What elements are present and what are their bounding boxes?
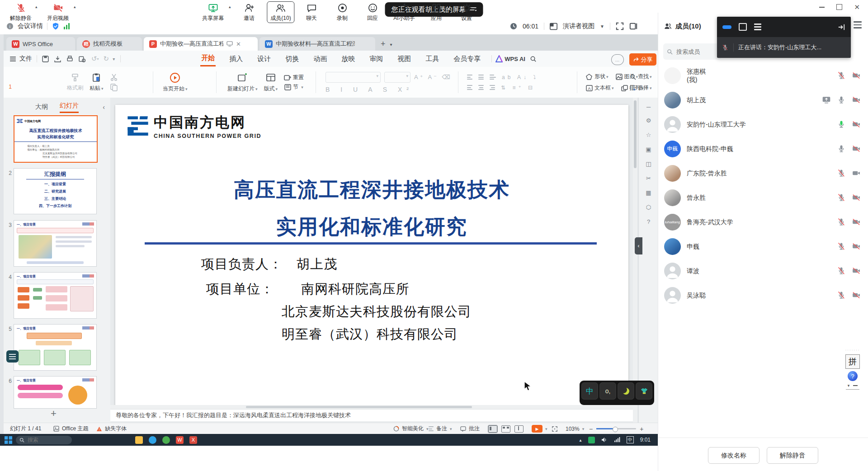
mic-muted-icon[interactable] bbox=[837, 71, 846, 80]
smart-beautify-button[interactable]: 智能美化▾ bbox=[393, 423, 429, 434]
camera-off-icon[interactable] bbox=[852, 95, 861, 104]
taskbar-search-input[interactable] bbox=[27, 436, 56, 443]
ime-moon-key[interactable] bbox=[618, 382, 634, 400]
reset-section-buttons[interactable]: 重置 节 bbox=[284, 74, 304, 91]
member-row[interactable]: 广东院-曾永胜 bbox=[658, 161, 868, 185]
taskbar-app-wps[interactable]: W bbox=[176, 436, 184, 444]
speaker-notes-bar[interactable]: 尊敬的各位专家，下午好！我汇报的题目是：深远海风电柔直送出工程海洋接地极关键技术 bbox=[110, 409, 633, 421]
meeting-details-label[interactable]: 会议详情 bbox=[18, 22, 43, 30]
strip-cut-icon[interactable]: ✂ bbox=[645, 174, 652, 182]
save-icon[interactable] bbox=[42, 55, 49, 63]
share-screen-button[interactable]: 共享屏幕 bbox=[202, 3, 224, 22]
mic-muted-icon[interactable] bbox=[837, 217, 846, 226]
taskbar-app-browser[interactable] bbox=[162, 436, 170, 444]
zoom-out-icon[interactable]: − bbox=[589, 425, 593, 433]
ribbon-tab-insert[interactable]: 插入 bbox=[228, 52, 244, 66]
tab-document[interactable]: W 中期验收材料—高压直流工程深井接地 bbox=[259, 37, 375, 51]
mic-muted-icon[interactable] bbox=[837, 193, 846, 202]
ai-assistant-button[interactable]: AI小助手 bbox=[393, 3, 415, 22]
ribbon-tab-home[interactable]: 开始 bbox=[200, 51, 216, 66]
tab-close-icon[interactable]: ✕ bbox=[236, 41, 241, 47]
paragraph-buttons[interactable]: ab A↓ ⤵ ⇅ ≡⁺ ⊟ bbox=[467, 67, 538, 98]
mic-on-icon[interactable] bbox=[837, 95, 846, 104]
zoom-in-icon[interactable]: + bbox=[640, 425, 643, 433]
tray-expand-icon[interactable]: ▴ bbox=[580, 438, 582, 443]
ime-minimize[interactable]: ▾ bbox=[846, 383, 860, 390]
camera-off-icon[interactable] bbox=[852, 291, 861, 300]
ime-pinyin-key[interactable]: 拼 bbox=[845, 354, 860, 369]
ime-punct-key[interactable]: o, bbox=[599, 382, 616, 400]
taskbar-app-x[interactable]: X bbox=[189, 436, 197, 444]
member-row[interactable]: 张惠棋(我) bbox=[658, 63, 868, 88]
chat-button[interactable]: 聊天 bbox=[306, 3, 317, 22]
tray-green-badge-icon[interactable] bbox=[588, 437, 595, 443]
shapes-button[interactable]: 形状 bbox=[586, 73, 609, 80]
video-options-caret-icon[interactable]: ▴ bbox=[74, 5, 76, 9]
share-options-caret-icon[interactable]: ▴ bbox=[229, 5, 231, 9]
ribbon-tab-animation[interactable]: 动画 bbox=[312, 52, 328, 66]
camera-off-icon[interactable] bbox=[852, 120, 861, 129]
member-row[interactable]: 吴泳聪 bbox=[658, 283, 868, 307]
camera-off-icon[interactable] bbox=[852, 193, 861, 202]
add-slide-button[interactable]: + bbox=[51, 408, 57, 419]
slideshow-play-button[interactable]: ▶▾ bbox=[532, 423, 547, 434]
shield-icon[interactable] bbox=[52, 22, 60, 30]
view-mode-label[interactable]: 演讲者视图 bbox=[563, 22, 594, 30]
tab-list-caret-icon[interactable]: ▾ bbox=[390, 42, 392, 47]
ribbon-tab-design[interactable]: 设计 bbox=[256, 52, 272, 66]
member-row[interactable]: luhailiang 鲁海亮-武汉大学 bbox=[658, 210, 868, 234]
ime-cn-key[interactable]: 中 bbox=[581, 382, 598, 400]
start-button-icon[interactable] bbox=[5, 436, 12, 444]
camera-off-icon[interactable] bbox=[852, 71, 861, 80]
unmute-button[interactable]: 解除静音 bbox=[10, 3, 32, 22]
ime-skin-key[interactable] bbox=[636, 382, 652, 400]
close-icon[interactable]: ✕ bbox=[854, 4, 860, 10]
slide-title-line2[interactable]: 实用化和标准化研究 bbox=[115, 213, 628, 240]
textbox-button[interactable]: A 文本框 bbox=[586, 84, 614, 92]
slide-canvas[interactable] bbox=[115, 105, 628, 408]
grid-view-icon[interactable] bbox=[501, 425, 510, 433]
slide-title-line1[interactable]: 高压直流工程深井接地极技术 bbox=[115, 176, 628, 203]
pop-out-panel-icon[interactable] bbox=[629, 22, 637, 30]
camera-off-icon[interactable] bbox=[852, 144, 861, 153]
reading-view-icon[interactable] bbox=[514, 425, 524, 433]
print-icon[interactable] bbox=[66, 55, 74, 63]
member-row[interactable]: 安韵竹-山东理工大学 bbox=[658, 112, 868, 137]
invite-button[interactable]: 邀请 bbox=[244, 3, 255, 22]
toolbar-caret-icon[interactable]: ▾ bbox=[113, 57, 115, 61]
mic-on-icon[interactable] bbox=[837, 144, 846, 153]
slide-thumbnail-3[interactable]: 一、项目背景 bbox=[14, 220, 97, 267]
taskbar-app-folder[interactable] bbox=[135, 436, 143, 444]
cut-copy-icons[interactable] bbox=[110, 73, 118, 91]
minimize-icon[interactable] bbox=[819, 7, 825, 8]
fullscreen-icon[interactable] bbox=[616, 22, 624, 30]
strip-help-icon[interactable]: ? bbox=[645, 218, 652, 226]
camera-off-icon[interactable] bbox=[852, 217, 861, 226]
strip-star-icon[interactable]: ☆ bbox=[645, 131, 652, 139]
status-cloud-icon[interactable]: … bbox=[611, 54, 624, 65]
member-row[interactable]: 曾永胜 bbox=[658, 185, 868, 210]
taskbar-app-edge[interactable] bbox=[149, 436, 156, 444]
member-row[interactable]: 谭波 bbox=[658, 259, 868, 283]
undo-caret-icon[interactable]: ▾ bbox=[97, 57, 99, 61]
member-search-input[interactable] bbox=[675, 48, 713, 56]
slide-thumbnail-1[interactable]: 中国南方电网 高压直流工程深井接地极技术 实用化和标准化研究 项目负责人：胡上茂… bbox=[14, 115, 98, 163]
ribbon-tab-review[interactable]: 审阅 bbox=[368, 52, 384, 66]
strip-settings-icon[interactable]: ⚙ bbox=[645, 117, 652, 124]
video-window-icon[interactable] bbox=[739, 23, 747, 31]
ime-toolbar[interactable]: 中 o, bbox=[580, 381, 654, 405]
theme-indicator[interactable]: Office 主题 bbox=[53, 423, 88, 434]
tab-presentation-active[interactable]: P 中期验收—高压直流工程深井接 ✕ bbox=[144, 37, 258, 51]
maximize-icon[interactable] bbox=[836, 4, 842, 10]
zoom-slider[interactable]: − + bbox=[589, 423, 643, 434]
output-icon[interactable] bbox=[54, 55, 61, 63]
normal-view-icon[interactable] bbox=[488, 425, 497, 433]
missing-font-warning[interactable]: ! 缺失字体 bbox=[96, 423, 127, 434]
floating-video-panel[interactable]: 正在讲话：安韵竹-山东理工大... bbox=[717, 17, 851, 58]
reaction-button[interactable]: 回应 bbox=[367, 3, 378, 22]
settings-button[interactable]: 设置 bbox=[461, 3, 472, 22]
collapse-panel-icon[interactable]: ‹ bbox=[103, 104, 105, 111]
strip-shape-icon[interactable]: ⬡ bbox=[645, 203, 652, 211]
camera-on-icon[interactable] bbox=[852, 169, 861, 178]
file-menu[interactable]: 文件 bbox=[9, 55, 32, 63]
